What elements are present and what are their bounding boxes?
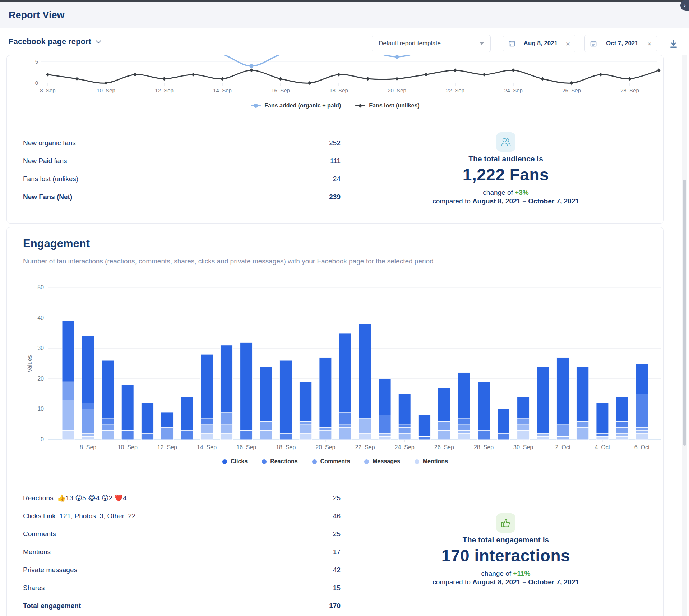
row-label: Mentions bbox=[23, 548, 51, 556]
svg-text:14. Sep: 14. Sep bbox=[213, 87, 232, 93]
date-from-value: Aug 8, 2021 bbox=[519, 40, 562, 47]
report-name-dropdown[interactable]: Facebook page report bbox=[9, 28, 101, 55]
report-template-select[interactable]: Default report template bbox=[372, 35, 491, 52]
row-label: Private messages bbox=[23, 566, 77, 574]
svg-text:0: 0 bbox=[41, 436, 44, 442]
row-value: 42 bbox=[333, 566, 341, 574]
row-value: 17 bbox=[333, 548, 341, 556]
date-to-value: Oct 7, 2021 bbox=[601, 40, 644, 47]
fans-line-chart: 508. Sep10. Sep12. Sep14. Sep16. Sep18. … bbox=[6, 55, 664, 101]
table-row: New Paid fans111 bbox=[23, 152, 341, 170]
legend-label: Reactions bbox=[270, 458, 297, 465]
change-value: +11% bbox=[513, 570, 530, 577]
audience-people-icon bbox=[500, 137, 511, 147]
svg-text:4. Oct: 4. Oct bbox=[595, 444, 610, 450]
svg-text:28. Sep: 28. Sep bbox=[620, 87, 639, 93]
legend-item[interactable]: Comments bbox=[312, 458, 350, 465]
side-panel-toggle[interactable]: › bbox=[680, 0, 689, 11]
table-row: New Fans (Net)239 bbox=[23, 188, 341, 206]
legend-dot-icon bbox=[262, 459, 267, 464]
svg-text:26. Sep: 26. Sep bbox=[562, 87, 581, 93]
table-row: Total engagement170 bbox=[23, 597, 341, 615]
row-label: Comments bbox=[23, 530, 56, 538]
date-from-picker[interactable]: Aug 8, 2021 × bbox=[503, 35, 575, 52]
row-value: 25 bbox=[333, 530, 341, 538]
svg-text:20. Sep: 20. Sep bbox=[315, 444, 335, 450]
svg-text:24. Sep: 24. Sep bbox=[504, 87, 523, 93]
svg-text:2. Oct: 2. Oct bbox=[555, 444, 570, 450]
legend-item[interactable]: Fans added (organic + paid) bbox=[251, 102, 341, 109]
engagement-summary: The total engagement is 170 interactions… bbox=[351, 513, 660, 587]
table-row: Shares15 bbox=[23, 579, 341, 597]
chevron-down-icon bbox=[96, 40, 101, 43]
legend-item[interactable]: Clicks bbox=[222, 458, 248, 465]
clear-date-icon[interactable]: × bbox=[566, 40, 570, 47]
fans-chart-legend: Fans added (organic + paid)Fans lost (un… bbox=[6, 101, 664, 111]
svg-text:40: 40 bbox=[37, 315, 44, 321]
chevron-right-icon: › bbox=[684, 2, 686, 9]
legend-item[interactable]: Reactions bbox=[262, 458, 297, 465]
change-value: +3% bbox=[515, 189, 529, 196]
svg-text:8. Sep: 8. Sep bbox=[40, 87, 55, 93]
report-template-value: Default report template bbox=[379, 40, 441, 47]
legend-item[interactable]: Messages bbox=[364, 458, 400, 465]
svg-text:5: 5 bbox=[35, 59, 38, 65]
fans-summary-table: New organic fans252New Paid fans111Fans … bbox=[23, 134, 341, 206]
row-label: New organic fans bbox=[23, 139, 76, 147]
engagement-bar-chart: 01020304050Values8. Sep10. Sep12. Sep14.… bbox=[6, 273, 664, 453]
audience-icon-badge bbox=[496, 132, 515, 152]
row-value: 239 bbox=[329, 193, 341, 201]
download-report-button[interactable] bbox=[666, 37, 681, 51]
row-value: 252 bbox=[329, 139, 341, 147]
row-label: Shares bbox=[23, 584, 45, 592]
engagement-total: 170 interactions bbox=[351, 546, 660, 566]
table-row: Fans lost (unlikes)24 bbox=[23, 170, 341, 188]
clear-date-icon[interactable]: × bbox=[647, 40, 652, 47]
table-row: New organic fans252 bbox=[23, 134, 341, 152]
row-label: New Paid fans bbox=[23, 157, 67, 165]
audience-summary-title: The total audience is bbox=[351, 155, 660, 163]
svg-text:50: 50 bbox=[37, 284, 44, 290]
legend-item[interactable]: Fans lost (unlikes) bbox=[355, 102, 419, 109]
scrollbar-thumb[interactable] bbox=[683, 180, 686, 446]
page-title: Report View bbox=[9, 2, 65, 28]
svg-text:10. Sep: 10. Sep bbox=[118, 444, 138, 450]
legend-dot-icon bbox=[312, 459, 317, 464]
svg-text:20. Sep: 20. Sep bbox=[388, 87, 406, 93]
page-header: Report View bbox=[0, 2, 689, 28]
row-value: 24 bbox=[333, 175, 341, 183]
row-value: 111 bbox=[330, 157, 341, 165]
legend-label: Mentions bbox=[423, 458, 448, 465]
svg-text:16. Sep: 16. Sep bbox=[271, 87, 290, 93]
table-row: Mentions17 bbox=[23, 543, 341, 561]
caret-down-icon bbox=[480, 42, 484, 45]
line-diamond-marker-icon bbox=[355, 103, 365, 108]
svg-text:16. Sep: 16. Sep bbox=[236, 444, 256, 450]
audience-compared: compared to August 8, 2021 – October 7, … bbox=[351, 197, 660, 206]
svg-text:18. Sep: 18. Sep bbox=[276, 444, 296, 450]
engagement-icon-badge bbox=[496, 513, 515, 533]
date-to-picker[interactable]: Oct 7, 2021 × bbox=[584, 35, 657, 52]
legend-dot-icon bbox=[364, 459, 369, 464]
svg-text:28. Sep: 28. Sep bbox=[474, 444, 494, 450]
row-label: New Fans (Net) bbox=[23, 193, 72, 201]
row-label: Reactions: 👍13 😮5 😂4 😮2 ❤️4 bbox=[23, 494, 127, 502]
engagement-description: Number of fan interactions (reactions, c… bbox=[23, 257, 434, 265]
legend-dot-icon bbox=[415, 459, 419, 464]
audience-total: 1,222 Fans bbox=[351, 165, 660, 185]
legend-label: Clicks bbox=[231, 458, 248, 465]
legend-item[interactable]: Mentions bbox=[415, 458, 448, 465]
compared-range: August 8, 2021 – October 7, 2021 bbox=[472, 578, 579, 586]
engagement-summary-table: Reactions: 👍13 😮5 😂4 😮2 ❤️425Clicks Link… bbox=[23, 489, 341, 615]
engagement-chart-legend: ClicksReactionsCommentsMessagesMentions bbox=[6, 456, 664, 466]
table-row: Comments25 bbox=[23, 525, 341, 543]
compared-range: August 8, 2021 – October 7, 2021 bbox=[472, 197, 579, 205]
svg-text:22. Sep: 22. Sep bbox=[355, 444, 375, 450]
svg-text:6. Oct: 6. Oct bbox=[634, 444, 650, 450]
row-value: 25 bbox=[333, 494, 341, 502]
engagement-change: change of +11% bbox=[351, 569, 660, 578]
legend-label: Fans added (organic + paid) bbox=[264, 102, 341, 109]
line-circle-marker-icon bbox=[251, 103, 261, 108]
engagement-heading: Engagement bbox=[23, 237, 90, 250]
legend-label: Comments bbox=[320, 458, 350, 465]
